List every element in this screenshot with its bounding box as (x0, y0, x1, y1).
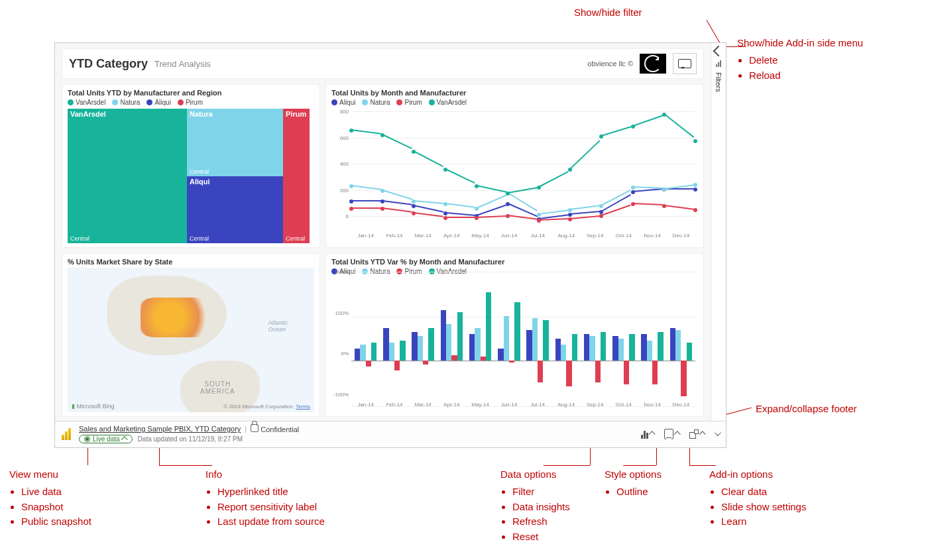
report-header: YTD Category Trend Analysis obvience llc… (62, 48, 704, 79)
page-subtitle: Trend Analysis (154, 59, 211, 69)
anno-info: Info Hyperlinked titleReport sensitivity… (205, 467, 325, 530)
treemap: VanArsdelCentral NaturaCentral AliquiCen… (68, 109, 314, 243)
treemap-cell-aliqui[interactable]: AliquiCentral (187, 176, 283, 244)
chevron-up-icon (121, 436, 127, 443)
treemap-legend: VanArsdel Natura Aliqui Pirum (68, 99, 314, 106)
map-credits: © 2024 Microsoft Corporation Terms (223, 404, 310, 410)
legend-dot-aliqui (146, 99, 152, 105)
powerbi-logo-icon (62, 428, 72, 440)
map-ocean-label: Atlantic Ocean (268, 319, 288, 333)
stage: YTD Category Trend Analysis obvience llc… (0, 0, 926, 560)
map-title: % Units Market Share by State (68, 258, 314, 266)
anno-style-list: Outline (616, 484, 662, 499)
line-chart-title: Total Units by Month and Manufacturer (331, 89, 698, 97)
map-us-heatmap (141, 298, 213, 337)
treemap-tile[interactable]: Total Units YTD by Manufacturer and Regi… (62, 84, 320, 248)
anno-show-hide-filter: Show/hide filter (574, 5, 642, 20)
collapse-footer-button[interactable] (715, 431, 719, 436)
map-terms-link[interactable]: Terms (296, 404, 310, 410)
filters-label: Filters (715, 72, 723, 92)
bar-chart-icon (641, 429, 648, 439)
visuals-grid: Total Units YTD by Manufacturer and Regi… (62, 84, 704, 417)
report-title-link[interactable]: Sales and Marketing Sample PBIX, YTD Cat… (79, 425, 241, 433)
powerbi-addin-frame: YTD Category Trend Analysis obvience llc… (54, 42, 726, 448)
bar-chart-tile[interactable]: Total Units YTD Var % by Month and Manuf… (325, 253, 704, 417)
footer-info-block: Sales and Marketing Sample PBIX, YTD Cat… (79, 424, 299, 443)
line-legend: Aliqui Natura Pirum VanArsdel (331, 99, 698, 106)
anno-data-list: FilterData insightsRefreshReset (512, 484, 570, 544)
expand-filters-icon[interactable] (713, 46, 724, 57)
bar-chart: -100%0%100%200%Jan-14Feb-14Mar-14Apr-14M… (331, 278, 698, 412)
sensitivity-label: Confidential (251, 424, 299, 433)
treemap-title: Total Units YTD by Manufacturer and Regi… (68, 89, 314, 97)
anno-style-options: Style options Outline (605, 467, 662, 500)
comment-icon (678, 59, 691, 68)
anno-expand-footer: Expand/collapse footer (756, 402, 857, 416)
treemap-cell-pirum[interactable]: PirumCentral (283, 109, 310, 243)
line-chart-body: 0200400600800Jan-14Feb-14Mar-14Apr-14May… (331, 109, 698, 243)
filters-pane-collapsed[interactable]: Filters (711, 43, 726, 421)
data-options-button[interactable] (641, 429, 655, 439)
comment-button[interactable] (673, 53, 697, 74)
anno-data-options: Data options FilterData insightsRefreshR… (500, 467, 570, 545)
map-tile[interactable]: % Units Market Share by State Atlantic O… (62, 253, 320, 417)
addin-footer: Sales and Marketing Sample PBIX, YTD Cat… (55, 421, 726, 447)
line-chart: 0200400600800Jan-14Feb-14Mar-14Apr-14May… (331, 109, 698, 243)
paint-bucket-icon (664, 429, 673, 439)
style-options-button[interactable] (664, 429, 680, 439)
anno-info-list: Hyperlinked titleReport sensitivity labe… (217, 484, 325, 529)
legend-dot-pirum (178, 99, 184, 105)
anno-view-menu: View menu Live dataSnapshotPublic snapsh… (9, 467, 91, 530)
copyright-text: obvience llc © (587, 60, 633, 68)
line-chart-tile[interactable]: Total Units by Month and Manufacturer Al… (325, 84, 704, 248)
legend-dot-vanarsdel (68, 99, 74, 105)
addin-content-row: YTD Category Trend Analysis obvience llc… (55, 43, 726, 421)
chevron-up-icon (674, 431, 681, 437)
chevron-up-icon (699, 431, 706, 437)
legend-dot-natura (112, 99, 118, 105)
treemap-cell-natura[interactable]: NaturaCentral (187, 109, 283, 176)
last-updated-text: Data updated on 11/12/19, 8:27 PM (138, 435, 243, 443)
addin-options-button[interactable] (689, 429, 705, 439)
arrow-circle-icon (644, 55, 662, 72)
map-body[interactable]: Atlantic Ocean SOUTH AMERICA ▮ Microsoft… (68, 268, 314, 412)
anno-side-menu: Show/hide Add-in side menu DeleteReload (737, 36, 863, 83)
map-bing-attribution: ▮ Microsoft Bing (72, 403, 115, 410)
anno-addin-options: Add-in options Clear dataSlide show sett… (709, 467, 806, 530)
report-canvas: YTD Category Trend Analysis obvience llc… (55, 43, 711, 421)
footer-buttons (641, 429, 719, 439)
view-menu-button[interactable]: Live data (79, 435, 133, 443)
chevron-down-icon (715, 429, 721, 436)
anno-addin-list: Clear dataSlide show settingsLearn (721, 484, 806, 529)
chevron-up-icon (649, 431, 656, 437)
bar-chart-body: -100%0%100%200%Jan-14Feb-14Mar-14Apr-14M… (331, 278, 698, 412)
lock-icon (251, 424, 259, 432)
anno-view-list: Live dataSnapshotPublic snapshot (21, 484, 91, 529)
live-dot-icon (84, 436, 90, 442)
obvience-logo (640, 54, 666, 74)
page-title: YTD Category (69, 57, 148, 71)
treemap-cell-vanarsdel[interactable]: VanArsdelCentral (68, 109, 187, 243)
anno-side-menu-list: DeleteReload (749, 53, 863, 83)
overlap-squares-icon (689, 429, 699, 439)
signal-icon (716, 60, 721, 67)
treemap-body: VanArsdelCentral NaturaCentral AliquiCen… (68, 109, 314, 243)
map-continent-label: SOUTH AMERICA (200, 380, 235, 395)
bar-chart-title: Total Units YTD Var % by Month and Manuf… (331, 258, 698, 266)
